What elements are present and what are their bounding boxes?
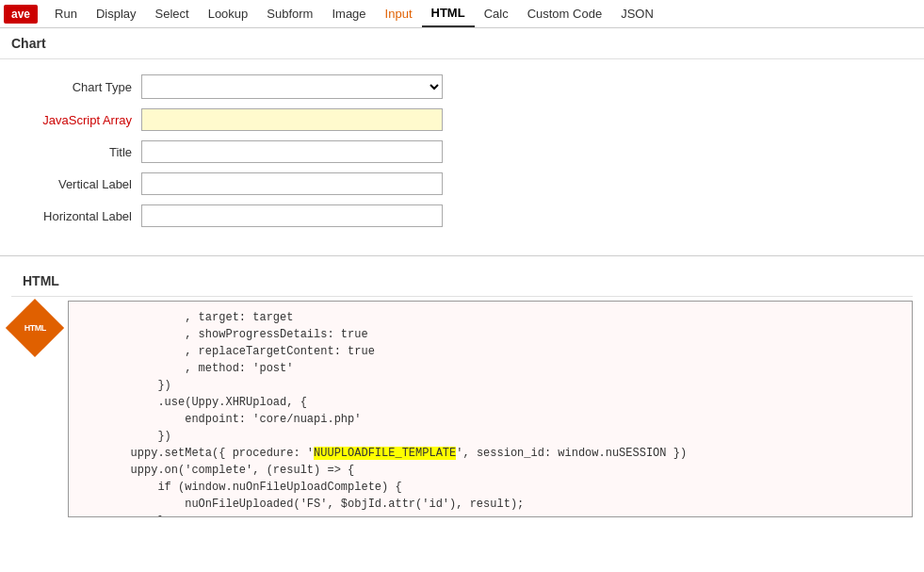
- html-section: HTML HTML , target: target , showProgres…: [0, 256, 924, 527]
- vertical-label-row: Vertical Label: [19, 172, 905, 195]
- code-line: , method: 'post': [76, 360, 904, 377]
- title-row: Title: [19, 140, 905, 163]
- horizontal-label-label: Horizontal Label: [19, 209, 141, 223]
- chart-type-label: Chart Type: [19, 80, 141, 94]
- javascript-array-input[interactable]: [141, 108, 443, 131]
- code-line: , target: target: [76, 309, 904, 326]
- code-line: }): [76, 377, 904, 394]
- chart-type-select[interactable]: [141, 74, 443, 99]
- html-icon-text: HTML: [24, 323, 46, 333]
- code-line: , replaceTargetContent: true: [76, 343, 904, 360]
- nav-subform[interactable]: Subform: [257, 0, 322, 27]
- code-editor[interactable]: , target: target , showProgressDetails: …: [68, 301, 913, 517]
- code-line: .use(Uppy.XHRUpload, {: [76, 394, 904, 411]
- html-icon-shape: HTML: [6, 299, 64, 357]
- javascript-array-label: JavaScript Array: [19, 113, 141, 127]
- code-line: if (window.nuOnFileUploadComplete) {: [76, 479, 904, 496]
- code-line: , showProgressDetails: true: [76, 326, 904, 343]
- highlighted-template: NUUPLOADFILE_TEMPLATE: [314, 447, 456, 460]
- save-button[interactable]: ave: [4, 5, 38, 24]
- code-line: }: [76, 513, 904, 517]
- vertical-label-input[interactable]: [141, 172, 443, 195]
- nav-calc[interactable]: Calc: [475, 0, 518, 27]
- html-section-header: HTML: [11, 266, 913, 297]
- chart-section-body: Chart Type JavaScript Array Title Vertic…: [0, 59, 924, 256]
- page-content: Chart Chart Type JavaScript Array Title …: [0, 28, 924, 527]
- nav-json[interactable]: JSON: [611, 0, 663, 27]
- vertical-label-label: Vertical Label: [19, 177, 141, 191]
- horizontal-label-input[interactable]: [141, 204, 443, 227]
- javascript-array-row: JavaScript Array: [19, 108, 905, 131]
- chart-section-header: Chart: [0, 28, 924, 59]
- title-input[interactable]: [141, 140, 443, 163]
- nav-image[interactable]: Image: [322, 0, 375, 27]
- nav-lookup[interactable]: Lookup: [199, 0, 258, 27]
- code-line: }): [76, 428, 904, 445]
- code-line: endpoint: 'core/nuapi.php': [76, 411, 904, 428]
- nav-select[interactable]: Select: [146, 0, 199, 27]
- code-line: nuOnFileUploaded('FS', $objId.attr('id')…: [76, 496, 904, 513]
- code-line: uppy.setMeta({ procedure: 'NUUPLOADFILE_…: [76, 445, 904, 462]
- nav-input[interactable]: Input: [376, 0, 422, 27]
- html-icon: HTML: [11, 304, 58, 351]
- top-nav: ave Run Display Select Lookup Subform Im…: [0, 0, 924, 28]
- chart-type-row: Chart Type: [19, 74, 905, 99]
- nav-html[interactable]: HTML: [422, 0, 475, 27]
- code-line: uppy.on('complete', (result) => {: [76, 462, 904, 479]
- nav-display[interactable]: Display: [87, 0, 146, 27]
- title-label: Title: [19, 145, 141, 159]
- horizontal-label-row: Horizontal Label: [19, 204, 905, 227]
- nav-custom-code[interactable]: Custom Code: [518, 0, 611, 27]
- nav-run[interactable]: Run: [45, 0, 87, 27]
- html-editor-wrap: HTML , target: target , showProgressDeta…: [11, 301, 913, 517]
